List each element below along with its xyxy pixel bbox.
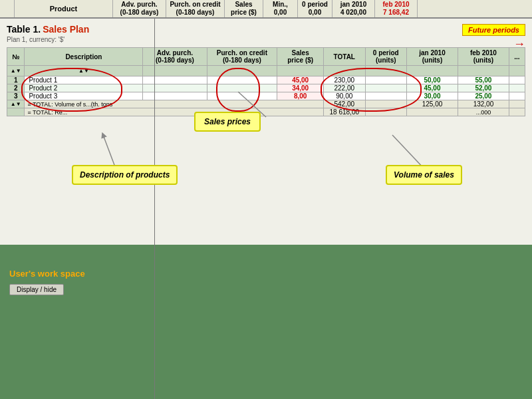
total2-total: 18 618,00 [324,108,366,116]
total1-label: = TOTAL: Volume of s...(th. tons [25,100,324,108]
workspace-title: User's work space [9,269,523,279]
row1-credit [207,76,277,84]
sort-num[interactable]: ▲▼ [7,66,25,76]
total1-jan: 125,00 [407,100,458,108]
row1-adv [143,76,207,84]
sort-price [277,66,324,76]
top-col-product: Product [15,0,113,17]
top-col-feb: feb 20107 168,42 [375,0,418,17]
table-title-colored: Sales Plan [43,24,89,35]
row1-jan: 50,00 [407,76,458,84]
future-periods-label: Future periods [462,24,525,36]
row3-total: 90,00 [324,92,366,100]
top-col-adv: Adv. purch.(0-180 days) [113,0,166,17]
row1-0period [365,76,407,84]
row1-more [509,76,525,84]
table-number: Table 1. [7,24,41,35]
row2-total: 222,00 [324,84,366,92]
top-col-0period: 0 period0,00 [298,0,332,17]
row2-desc: Product 2 [25,84,143,92]
header-total: TOTAL [324,48,366,66]
row3-adv [143,92,207,100]
total1-0period [365,100,407,108]
sort-feb [458,66,509,76]
row2-num: 2 [7,84,25,92]
total2-label: = TOTAL: Re... [25,108,324,116]
callout-description: Description of products [72,165,178,185]
total1-sort: ▲▼ [7,100,25,108]
row3-more [509,92,525,100]
callout-sales-label: Sales prices [204,117,251,126]
top-col-sales: Salesprice ($) [225,0,263,17]
total2-more [509,108,525,116]
row3-credit [207,92,277,100]
sort-credit [207,66,277,76]
total2-feb: ...000 [458,108,509,116]
header-desc: Description [25,48,143,66]
row3-desc: Product 3 [25,92,143,100]
row1-feb: 55,00 [458,76,509,84]
header-price: Salesprice ($) [277,48,324,66]
row2-adv [143,84,207,92]
total-row-2: = TOTAL: Re... 18 618,00 ...000 [7,108,525,116]
row3-price: 8,00 [277,92,324,100]
total-row-1: ▲▼ = TOTAL: Volume of s...(th. tons 542,… [7,100,525,108]
total2-0period [365,108,407,116]
table-row: 2 Product 2 34,00 222,00 45,00 52,00 [7,84,525,92]
header-credit: Purch. on credit(0-180 days) [207,48,277,66]
header-feb: feb 2010(units) [458,48,509,66]
header-jan: jan 2010(units) [407,48,458,66]
vertical-divider [154,19,155,399]
total1-feb: 132,00 [458,100,509,108]
header-adv: Adv. purch.(0-180 days) [143,48,207,66]
row3-jan: 30,00 [407,92,458,100]
top-col-min: Min.,0,00 [263,0,298,17]
total2-sort [7,108,25,116]
row2-credit [207,84,277,92]
row2-0period [365,84,407,92]
table-row: 3 Product 3 8,00 90,00 30,00 25,00 [7,92,525,100]
total2-jan [407,108,458,116]
display-hide-button[interactable]: Display / hide [9,284,64,295]
top-col-jan: jan 20104 020,00 [332,0,375,17]
row2-price: 34,00 [277,84,324,92]
sort-adv [143,66,207,76]
row3-0period [365,92,407,100]
header-more: ... [509,48,525,66]
sort-0period [365,66,407,76]
table-wrapper: № Description Adv. purch.(0-180 days) Pu… [7,47,525,116]
callout-volume-label: Volume of sales [394,170,454,180]
sort-jan [407,66,458,76]
header-num: № [7,48,25,66]
row2-more [509,84,525,92]
row2-jan: 45,00 [407,84,458,92]
row1-price: 45,00 [277,76,324,84]
sort-desc[interactable]: ▲▼ [25,66,143,76]
table-row: 1 Product 1 45,00 230,00 50,00 55,00 [7,76,525,84]
total1-more [509,100,525,108]
row1-desc: Product 1 [25,76,143,84]
total1-total: 542,00 [324,100,366,108]
row3-feb: 25,00 [458,92,509,100]
top-col-credit: Purch. on credit(0-180 days) [166,0,225,17]
table-subtitle: Plan 1, currency: '$' [7,36,525,43]
sort-more [509,66,525,76]
callout-volume-sales: Volume of sales [386,165,462,185]
callout-sales-prices: Sales prices [194,112,261,132]
top-col-num [0,0,15,17]
row3-num: 3 [7,92,25,100]
row1-num: 1 [7,76,25,84]
sales-table: № Description Adv. purch.(0-180 days) Pu… [7,47,525,116]
header-0period: 0 period(units) [365,48,407,66]
row1-total: 230,00 [324,76,366,84]
sort-total [324,66,366,76]
workspace-section: User's work space Display / hide [0,261,532,399]
row2-feb: 52,00 [458,84,509,92]
